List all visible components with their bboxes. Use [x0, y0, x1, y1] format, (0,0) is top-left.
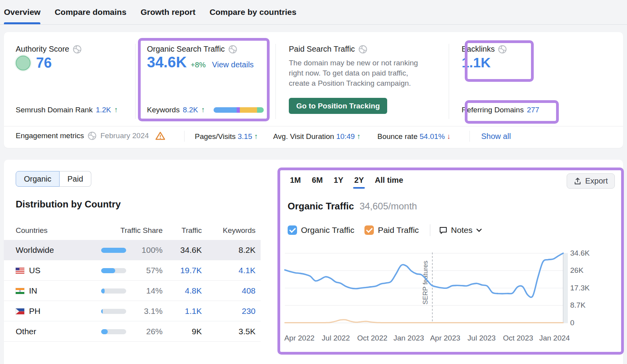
nav-tab-growth-report[interactable]: Growth report: [141, 0, 196, 24]
traffic-line-chart[interactable]: SERP features: [285, 250, 571, 328]
country-name: Other: [16, 327, 36, 336]
engagement-metric-avg-visit-duration: Avg. Visit Duration 10:49 ↑: [273, 132, 361, 141]
metrics-panel: Authority Score 76 Semrush Domain Rank 1…: [4, 32, 623, 148]
x-axis-label: Jan 2023: [391, 334, 426, 342]
toggle-paid[interactable]: Paid: [60, 171, 91, 187]
domain-rank-row: Semrush Domain Rank 1.2K ↑: [16, 106, 118, 114]
country-name: PH: [16, 306, 40, 316]
keywords-value: 8.2K: [216, 245, 256, 255]
column-header-traffic: Traffic: [169, 226, 202, 235]
range-tab-all-time[interactable]: All time: [375, 176, 403, 189]
traffic-chart-panel: 1M6M1Y2YAll time Export Organic Traffic …: [277, 168, 624, 355]
trend-up-arrow: ↑: [355, 132, 361, 141]
position-tracking-button[interactable]: Go to Position Tracking: [289, 98, 387, 114]
paid-traffic-label: Paid Search Traffic: [289, 45, 355, 54]
traffic-share-value: 14%: [133, 286, 163, 296]
legend-items: Organic TrafficPaid Traffic: [288, 225, 429, 235]
metric-value[interactable]: 54.01%: [420, 132, 445, 141]
notes-label: Notes: [451, 225, 473, 235]
metric-label: Avg. Visit Duration: [273, 132, 336, 141]
keywords-value[interactable]: 4.1K: [216, 266, 256, 275]
keywords-row: Keywords 8.2K ↑: [147, 106, 264, 114]
domain-rank-label: Semrush Domain Rank: [16, 106, 92, 114]
keywords-bar-segment: [257, 107, 264, 113]
traffic-share-bar: [101, 248, 126, 253]
info-globe-icon[interactable]: [498, 45, 507, 54]
chart-monthly-value: 34,605/month: [359, 201, 417, 212]
keywords-value[interactable]: 230: [216, 306, 256, 316]
traffic-share-value: 100%: [133, 245, 163, 255]
authority-score-value: 76: [36, 55, 52, 71]
country-name: US: [16, 266, 40, 275]
column-header-countries: Countries: [16, 226, 47, 235]
y-axis-label: 34.6K: [570, 249, 595, 258]
country-row-us: US57%19.7K4.1K: [4, 260, 261, 281]
chart-legend-row: Organic TrafficPaid Traffic Notes: [288, 224, 482, 236]
keywords-distribution-bar: [214, 107, 264, 113]
range-tab-1m[interactable]: 1M: [290, 176, 301, 189]
keywords-value[interactable]: 408: [216, 286, 256, 296]
y-axis-label: 17.3K: [570, 284, 595, 292]
nav-tab-overview[interactable]: Overview: [4, 0, 40, 24]
y-axis-label: 8.7K: [570, 301, 595, 310]
organic-traffic-value-row: 34.6K +8% View details: [147, 54, 254, 71]
keywords-bar-segment: [240, 107, 257, 113]
engagement-metrics-header: Engagement metrics February 2024: [16, 131, 165, 141]
x-axis-label: Apr 2023: [428, 334, 463, 342]
legend-organic-traffic: Organic Traffic: [288, 225, 354, 235]
divider: [469, 131, 470, 142]
info-globe-icon[interactable]: [88, 132, 96, 140]
toggle-organic[interactable]: Organic: [16, 171, 60, 187]
ph-flag-icon: [16, 308, 24, 314]
keywords-bar-segment: [237, 107, 240, 113]
distribution-by-country-title: Distribution by Country: [16, 199, 121, 210]
referring-domains-value-link[interactable]: 277: [527, 106, 539, 114]
traffic-share-bar: [101, 268, 126, 273]
metric-label: Bounce rate: [377, 132, 420, 141]
warning-icon[interactable]: [155, 131, 165, 141]
engagement-period: February 2024: [100, 132, 149, 140]
checkbox-organic-traffic[interactable]: [288, 225, 297, 235]
export-button[interactable]: Export: [567, 173, 615, 189]
keywords-value: 3.5K: [216, 327, 256, 336]
traffic-value[interactable]: 1.1K: [169, 306, 202, 316]
country-label: IN: [29, 286, 37, 296]
svg-text:SERP features: SERP features: [422, 261, 429, 305]
notes-dropdown[interactable]: Notes: [439, 225, 482, 235]
metric-value[interactable]: 3.15: [237, 132, 252, 141]
x-axis-label: Apr 2022: [282, 334, 317, 342]
nav-tab-compare-by-countries[interactable]: Compare by countries: [210, 0, 297, 24]
traffic-share-bar: [101, 288, 126, 294]
engagement-metrics-label: Engagement metrics: [16, 132, 84, 140]
legend-paid-traffic: Paid Traffic: [364, 225, 419, 235]
view-details-link[interactable]: View details: [212, 60, 254, 69]
traffic-share-value: 57%: [133, 266, 163, 275]
range-tab-1y[interactable]: 1Y: [334, 176, 343, 189]
info-globe-icon[interactable]: [359, 45, 367, 54]
x-axis-label: Oct 2023: [500, 334, 536, 342]
chart-title-row: Organic Traffic 34,605/month: [288, 201, 417, 212]
notes-icon: [439, 226, 448, 234]
organic-traffic-change: +8%: [190, 61, 206, 69]
x-axis-label: Jul 2022: [318, 334, 353, 342]
show-all-link[interactable]: Show all: [481, 132, 511, 141]
traffic-value[interactable]: 4.8K: [169, 286, 202, 296]
range-tab-2y[interactable]: 2Y: [354, 176, 364, 189]
traffic-value: 9K: [169, 327, 202, 336]
country-row-ph: PH3.1%1.1K230: [4, 301, 261, 321]
in-flag-icon: [16, 288, 24, 294]
checkbox-paid-traffic[interactable]: [364, 225, 374, 235]
export-label: Export: [585, 177, 608, 186]
paid-traffic-description: The domain may be new or not ranking rig…: [289, 58, 427, 88]
metric-value[interactable]: 10:49: [336, 132, 355, 141]
info-globe-icon[interactable]: [73, 45, 82, 54]
keywords-value-link[interactable]: 8.2K: [183, 106, 198, 114]
domain-rank-value-link[interactable]: 1.2K: [96, 106, 111, 114]
info-globe-icon[interactable]: [228, 45, 237, 54]
country-label: US: [29, 266, 40, 275]
range-tab-6m[interactable]: 6M: [312, 176, 323, 189]
nav-tab-compare-domains[interactable]: Compare domains: [54, 0, 126, 24]
traffic-share-bar: [101, 329, 126, 334]
traffic-value[interactable]: 19.7K: [169, 266, 202, 275]
country-name: Worldwide: [16, 245, 54, 255]
